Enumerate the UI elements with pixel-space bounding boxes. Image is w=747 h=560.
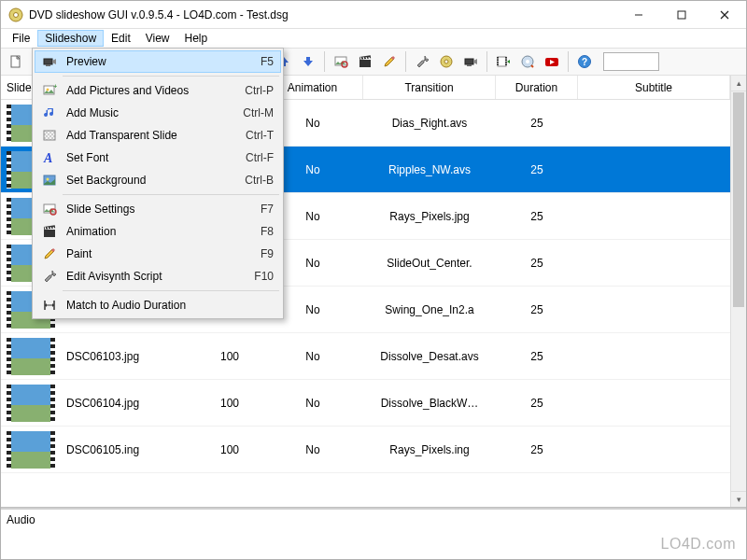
toolbar-separator: [568, 51, 569, 72]
table-row[interactable]: DSC06104.jpg100NoDissolve_BlackW…25: [1, 380, 730, 427]
svg-rect-26: [465, 59, 473, 64]
svg-rect-28: [498, 57, 506, 66]
svg-text:A: A: [43, 151, 52, 165]
scroll-up-icon[interactable]: ▴: [731, 76, 746, 91]
slide-thumbnail: [1, 381, 61, 426]
menu-item-accel: F9: [225, 247, 277, 260]
toolbar-export-video-icon[interactable]: [492, 50, 514, 73]
menu-item-accel: F8: [225, 225, 277, 238]
menu-item-accel: Ctrl-T: [225, 129, 277, 142]
svg-rect-35: [46, 64, 50, 66]
menu-item-preview[interactable]: PreviewF5: [35, 50, 281, 73]
scroll-thumb[interactable]: [733, 92, 744, 307]
toolbar-new-file-icon[interactable]: [5, 50, 27, 73]
minimize-button[interactable]: [617, 1, 660, 28]
cell-transition: Dissolve_Desat.avs: [363, 346, 496, 367]
table-row[interactable]: DSC06105.ing100NoRays_Pixels.ing25: [1, 427, 730, 473]
cell-animation: No: [262, 440, 363, 460]
cell-duration-2: 25: [496, 346, 578, 367]
menu-item-add-music[interactable]: Add MusicCtrl-M: [35, 102, 281, 124]
cell-file: DSC06105.ing: [61, 440, 197, 460]
cell-subtitle: [578, 166, 730, 174]
cell-duration-2: 25: [496, 160, 578, 180]
cell-duration-2: 25: [496, 113, 578, 133]
slide-settings-icon: [38, 202, 61, 217]
cell-transition: Dissolve_BlackW…: [363, 393, 496, 413]
titlebar: DVD slideshow GUI v.0.9.5.4 - LO4D.com -…: [1, 1, 746, 29]
wrench-icon: [38, 269, 61, 284]
slideshow-menu-dropdown: PreviewF5+Add Pictures and VideosCtrl-PA…: [32, 48, 284, 319]
toolbar-projector-icon[interactable]: [459, 50, 482, 73]
menu-item-label: Edit Avisynth Script: [61, 270, 225, 283]
menu-file[interactable]: File: [5, 30, 37, 47]
toolbar-help-icon[interactable]: ?: [573, 50, 596, 73]
menu-item-label: Slide Settings: [61, 203, 225, 216]
svg-rect-22: [359, 60, 371, 67]
menu-edit[interactable]: Edit: [104, 30, 138, 47]
audio-label: Audio: [7, 513, 35, 526]
menu-item-set-font[interactable]: ASet FontCtrl-F: [35, 147, 281, 169]
match-audio-icon: [38, 298, 61, 313]
menu-item-label: Set Font: [61, 151, 225, 164]
toolbar-slide-settings-icon[interactable]: [330, 50, 352, 73]
slide-thumbnail: [1, 334, 61, 379]
col-subtitle[interactable]: Subtitle: [578, 76, 730, 99]
col-duration-2[interactable]: Duration: [496, 76, 578, 99]
menu-item-set-background[interactable]: Set BackgroundCtrl-B: [35, 169, 281, 191]
slide-thumbnail: [1, 427, 61, 472]
toolbar-separator: [486, 51, 487, 72]
table-row[interactable]: DSC06103.jpg100NoDissolve_Desat.avs25: [1, 333, 730, 380]
svg-text:+: +: [53, 83, 57, 91]
menu-item-match-to-audio-duration[interactable]: Match to Audio Duration: [35, 294, 281, 316]
menu-item-edit-avisynth-script[interactable]: Edit Avisynth ScriptF10: [35, 265, 281, 287]
toolbar-separator: [405, 51, 406, 72]
menu-item-label: Animation: [61, 225, 225, 238]
menu-item-accel: F10: [225, 270, 277, 283]
app-icon: [8, 7, 23, 22]
toolbar-wrench-icon[interactable]: [411, 50, 433, 73]
cell-file: DSC06104.jpg: [61, 393, 197, 413]
cell-transition: Ripples_NW.avs: [363, 160, 496, 180]
menu-item-accel: Ctrl-M: [225, 106, 277, 119]
cell-subtitle: [578, 353, 730, 360]
scroll-down-icon[interactable]: ▾: [731, 491, 746, 507]
cell-subtitle: [578, 446, 730, 454]
svg-rect-34: [44, 59, 52, 64]
toolbar-youtube-icon[interactable]: [541, 50, 563, 73]
menu-item-add-transparent-slide[interactable]: Add Transparent SlideCtrl-T: [35, 124, 281, 147]
svg-point-1: [14, 12, 19, 17]
menubar: FileSlideshowEditViewHelp: [1, 29, 746, 48]
menu-slideshow[interactable]: Slideshow: [37, 30, 104, 47]
menu-item-add-pictures-and-videos[interactable]: +Add Pictures and VideosCtrl-P: [35, 79, 281, 102]
font-icon: A: [38, 150, 61, 165]
cell-transition: Rays_Pixels.jpg: [363, 206, 496, 227]
menu-item-paint[interactable]: PaintF9: [35, 243, 281, 265]
menu-item-animation[interactable]: AnimationF8: [35, 220, 281, 243]
window-title: DVD slideshow GUI v.0.9.5.4 - LO4D.com -…: [29, 8, 617, 21]
toolbar-pencil-icon[interactable]: [378, 50, 401, 73]
cell-subtitle: [578, 119, 730, 127]
cell-animation: No: [262, 393, 363, 413]
vertical-scrollbar[interactable]: ▴ ▾: [730, 76, 746, 507]
toolbar-arrow-down-icon[interactable]: [297, 50, 319, 73]
menu-separator: [63, 76, 279, 77]
col-transition[interactable]: Transition: [363, 76, 496, 99]
toolbar-burn-disc-icon[interactable]: [516, 50, 539, 73]
cell-duration-1: 100: [197, 440, 262, 460]
svg-point-44: [47, 178, 49, 181]
menu-view[interactable]: View: [138, 30, 177, 47]
menu-help[interactable]: Help: [177, 30, 216, 47]
menu-item-accel: Ctrl-F: [225, 151, 277, 164]
close-button[interactable]: [703, 1, 746, 28]
menu-item-label: Add Music: [61, 106, 225, 119]
menu-item-slide-settings[interactable]: Slide SettingsF7: [35, 198, 281, 220]
cell-duration-2: 25: [496, 300, 578, 320]
svg-point-25: [444, 60, 448, 63]
maximize-button[interactable]: [660, 1, 703, 28]
cell-duration-2: 25: [496, 393, 578, 413]
menu-item-accel: Ctrl-B: [225, 174, 277, 187]
audio-panel: Audio: [1, 508, 746, 559]
toolbar-field[interactable]: [603, 52, 659, 71]
toolbar-dvd-icon[interactable]: [435, 50, 458, 73]
toolbar-clapper-icon[interactable]: [354, 50, 376, 73]
